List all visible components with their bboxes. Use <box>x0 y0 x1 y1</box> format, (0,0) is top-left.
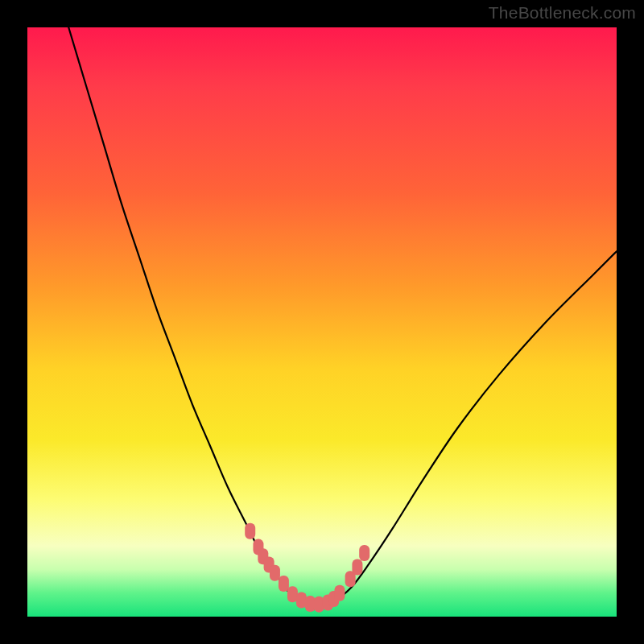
chart-frame: TheBottleneck.com <box>0 0 644 644</box>
bottleneck-markers <box>245 523 369 613</box>
curve-layer <box>27 27 617 617</box>
plot-area <box>27 27 617 617</box>
bottleneck-marker <box>279 576 289 592</box>
watermark-text: TheBottleneck.com <box>489 3 636 23</box>
bottleneck-marker <box>334 585 345 601</box>
bottleneck-marker <box>270 565 280 581</box>
bottleneck-marker <box>352 559 362 576</box>
bottleneck-marker <box>359 545 369 561</box>
bottleneck-marker <box>245 523 255 539</box>
bottleneck-curve <box>68 27 617 605</box>
